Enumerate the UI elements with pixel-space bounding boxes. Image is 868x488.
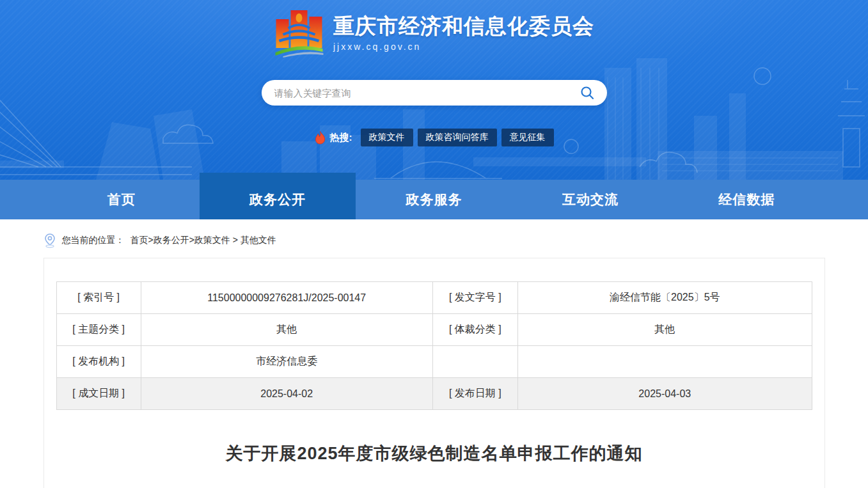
nav-tab-3[interactable]: 互动交流 xyxy=(512,180,668,219)
search-button[interactable] xyxy=(578,83,597,102)
meta-value-cell: 2025-04-02 xyxy=(141,378,432,410)
meta-value-cell: 渝经信节能〔2025〕5号 xyxy=(518,282,812,314)
site-url: jjxxw.cq.gov.cn xyxy=(333,42,594,52)
site-banner: 重庆市经济和信息化委员会 jjxxw.cq.gov.cn 热搜: 政策文件 政策… xyxy=(0,0,868,180)
document-card: [ 索引号 ] 11500000009276281J/2025-00147 [ … xyxy=(43,258,825,488)
meta-label-cell: [ 发文字号 ] xyxy=(432,282,517,314)
site-title: 重庆市经济和信息化委员会 xyxy=(333,12,594,41)
hot-search-button-1[interactable]: 政策咨询问答库 xyxy=(418,129,497,146)
great-hall-building-icon xyxy=(274,6,324,58)
flame-icon xyxy=(315,131,326,145)
meta-row: [ 索引号 ] 11500000009276281J/2025-00147 [ … xyxy=(56,282,812,314)
meta-row: [ 发布机构 ] 市经济信息委 xyxy=(56,346,812,378)
meta-label-cell xyxy=(432,346,517,378)
breadcrumb: 您当前的位置： 首页>政务公开>政策文件 > 其他文件 xyxy=(43,233,825,248)
nav-tab-0[interactable]: 首页 xyxy=(43,180,200,219)
hot-search-label: 热搜: xyxy=(330,132,352,144)
hot-search-button-0[interactable]: 政策文件 xyxy=(361,129,413,146)
article-title: 关于开展2025年度市级绿色制造名单申报工作的通知 xyxy=(56,442,812,465)
meta-value-cell: 其他 xyxy=(518,314,812,346)
site-logo-group[interactable]: 重庆市经济和信息化委员会 jjxxw.cq.gov.cn xyxy=(274,6,594,58)
meta-label-cell: [ 体裁分类 ] xyxy=(432,314,517,346)
nav-tab-4[interactable]: 经信数据 xyxy=(668,180,825,219)
location-pin-icon xyxy=(43,233,56,248)
meta-value-cell xyxy=(518,346,812,378)
meta-label-cell: [ 成文日期 ] xyxy=(56,378,141,410)
meta-value-cell: 11500000009276281J/2025-00147 xyxy=(141,282,432,314)
meta-value-cell: 其他 xyxy=(141,314,432,346)
meta-value-cell: 市经济信息委 xyxy=(141,346,432,378)
meta-row: [ 成文日期 ] 2025-04-02 [ 发布日期 ] 2025-04-03 xyxy=(56,378,812,410)
search-input[interactable] xyxy=(274,88,578,98)
main-navigation: 首页 政务公开 政务服务 互动交流 经信数据 xyxy=(0,180,868,219)
meta-row: [ 主题分类 ] 其他 [ 体裁分类 ] 其他 xyxy=(56,314,812,346)
meta-label-cell: [ 索引号 ] xyxy=(56,282,141,314)
search-icon xyxy=(580,85,595,100)
search-box[interactable] xyxy=(262,80,607,106)
meta-label-cell: [ 发布机构 ] xyxy=(56,346,141,378)
document-meta-table: [ 索引号 ] 11500000009276281J/2025-00147 [ … xyxy=(56,281,812,410)
nav-tab-2[interactable]: 政务服务 xyxy=(356,180,512,219)
hot-search-row: 热搜: 政策文件 政策咨询问答库 意见征集 xyxy=(315,129,554,146)
meta-label-cell: [ 发布日期 ] xyxy=(432,378,517,410)
nav-tab-1[interactable]: 政务公开 xyxy=(200,173,356,219)
breadcrumb-trail[interactable]: 首页>政务公开>政策文件 > 其他文件 xyxy=(130,235,276,246)
meta-label-cell: [ 主题分类 ] xyxy=(56,314,141,346)
breadcrumb-prefix: 您当前的位置： xyxy=(62,235,125,246)
hot-search-button-2[interactable]: 意见征集 xyxy=(501,129,554,146)
meta-value-cell: 2025-04-03 xyxy=(518,378,812,410)
